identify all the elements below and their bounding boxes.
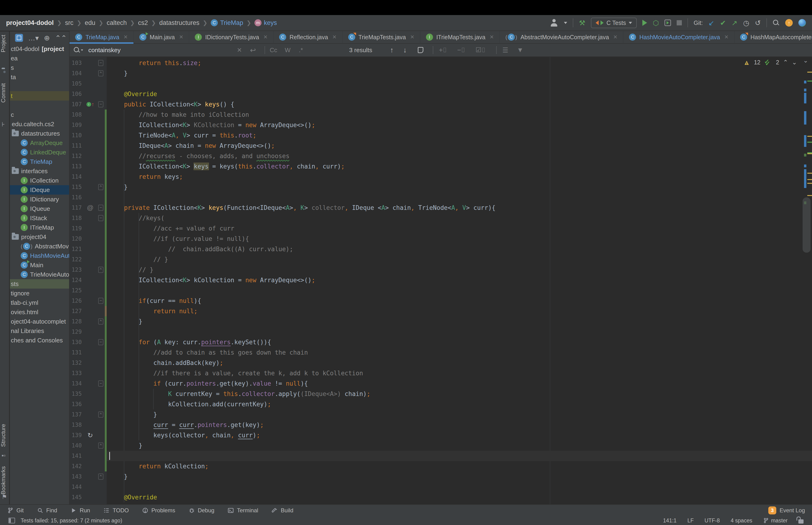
tree-item-IDeque[interactable]: IIDeque	[10, 185, 69, 195]
fold-marker-icon[interactable]: −	[98, 339, 103, 345]
event-log-button[interactable]: 3Event Log	[768, 507, 805, 514]
fold-marker-icon[interactable]: ^	[98, 184, 103, 190]
tool-button-Git[interactable]: Git	[7, 507, 24, 514]
close-icon[interactable]: ✕	[724, 34, 729, 40]
tree-item-sts[interactable]: sts	[10, 279, 69, 289]
tool-window-project[interactable]: Project	[0, 35, 10, 52]
run-config-selector[interactable]: C Tests	[591, 18, 637, 28]
tool-window-structure[interactable]: Structure	[0, 424, 10, 447]
tree-item-IDictionary[interactable]: IIDictionary	[10, 195, 69, 204]
find-in-selection-icon[interactable]	[418, 47, 424, 53]
clear-icon[interactable]: ✕	[237, 44, 242, 56]
lock-icon[interactable]	[798, 519, 803, 524]
tree-item-interfaces[interactable]: interfaces	[10, 166, 69, 176]
fold-marker-icon[interactable]: −	[98, 380, 103, 387]
tree-item-c[interactable]: c	[10, 110, 69, 119]
close-icon[interactable]: ✕	[179, 34, 183, 40]
history-icon[interactable]: ◷	[743, 19, 749, 27]
tree-item-tlab-ci.yml[interactable]: tlab-ci.yml	[10, 298, 69, 308]
indent-setting[interactable]: 4 spaces	[731, 518, 752, 524]
words-toggle[interactable]: W	[285, 44, 291, 56]
tab-TrieMap.java[interactable]: CTrieMap.java✕	[70, 31, 134, 43]
tool-button-Terminal[interactable]: Terminal	[227, 507, 258, 514]
fold-marker-icon[interactable]: ^	[98, 318, 103, 325]
breadcrumb-item[interactable]: src	[65, 19, 74, 27]
tree-item-IQueue[interactable]: IIQueue	[10, 204, 69, 213]
breadcrumb-item[interactable]: cs2	[138, 19, 148, 27]
tree-item-ct04-dodol[interactable]: ct04-dodol [project	[10, 44, 69, 54]
tool-window-commit[interactable]: Commit	[0, 83, 10, 103]
filter-options-icon[interactable]: ☰	[502, 44, 508, 56]
git-commit-icon[interactable]: ✔	[720, 19, 726, 27]
tree-item-IStack[interactable]: IIStack	[10, 213, 69, 223]
tree-item-tignore[interactable]: tignore	[10, 289, 69, 298]
fold-marker-icon[interactable]: ^	[98, 411, 103, 418]
override-icon[interactable]: ↑	[87, 102, 91, 107]
tool-button-Debug[interactable]: Debug	[188, 507, 215, 514]
run-button[interactable]	[642, 20, 647, 26]
tool-button-Problems[interactable]: Problems	[142, 507, 175, 514]
close-icon[interactable]: ✕	[332, 34, 336, 40]
prev-occurrence-icon[interactable]: ↑	[390, 44, 394, 56]
fold-marker-icon[interactable]: ^	[98, 474, 103, 480]
scrollbar-thumb[interactable]	[802, 197, 811, 253]
line-separator[interactable]: LF	[688, 518, 694, 524]
breadcrumb-item[interactable]: mkeys	[255, 19, 277, 27]
breadcrumb[interactable]: project04-dodol❯src❯edu❯caltech❯cs2❯data…	[6, 19, 277, 27]
close-icon[interactable]: ✕	[410, 34, 414, 40]
tree-item-HashMovieAut[interactable]: CHashMovieAut	[10, 251, 69, 260]
collapse-all-icon[interactable]: ⌃⌃	[55, 34, 67, 42]
layout-icon[interactable]	[9, 518, 15, 523]
tree-item-blank[interactable]	[10, 82, 69, 91]
breadcrumb-item[interactable]: CTrieMap	[211, 19, 243, 27]
encoding[interactable]: UTF-8	[704, 518, 720, 524]
options-menu-icon[interactable]: …▾	[28, 34, 39, 42]
tree-item-edu.caltech.cs2[interactable]: edu.caltech.cs2	[10, 119, 69, 129]
inspections-widget[interactable]: ▲! 12 ✓✓ 2 ⌃ ⌄	[743, 59, 797, 66]
tree-item-TrieMap[interactable]: CTrieMap	[10, 157, 69, 166]
tree-item-t[interactable]: t	[10, 91, 69, 101]
regex-toggle[interactable]: .*	[299, 44, 303, 56]
git-push-icon[interactable]: ↗	[732, 19, 737, 27]
user-icon[interactable]	[550, 19, 558, 27]
tree-item-ta[interactable]: ta	[10, 72, 69, 82]
fold-marker-icon[interactable]: −	[98, 215, 103, 221]
close-icon[interactable]: ✕	[613, 34, 617, 40]
filter-funnel-icon[interactable]: ▼	[517, 44, 523, 56]
tool-button-Build[interactable]: Build	[271, 507, 293, 514]
fold-marker-icon[interactable]: ^	[98, 442, 103, 449]
code-editor[interactable]: 103− return this.size;104^ }105106 @Over…	[70, 57, 812, 504]
select-opened-file-icon[interactable]	[15, 34, 23, 42]
project-tree[interactable]: ct04-dodol [projecteastatcedu.caltech.cs…	[10, 44, 69, 504]
next-problem-icon[interactable]: ⌄	[792, 59, 797, 66]
locate-icon[interactable]: ⊕	[44, 34, 50, 42]
chevron-down-icon[interactable]	[564, 22, 567, 24]
prev-problem-icon[interactable]: ⌃	[783, 59, 788, 66]
tree-item-ches and Consoles[interactable]: ches and Consoles	[10, 335, 69, 345]
build-hammer-icon[interactable]: ⚒	[579, 19, 585, 27]
tool-button-Run[interactable]: Run	[70, 507, 90, 514]
error-stripe-scrollbar[interactable]: ⌄	[801, 57, 812, 504]
rollback-icon[interactable]: ↺	[755, 19, 761, 27]
tree-item-blank[interactable]	[10, 101, 69, 110]
breadcrumb-item[interactable]: edu	[85, 19, 95, 27]
chevron-down-icon[interactable]: ⌄	[803, 57, 808, 64]
tree-item-ITrieMap[interactable]: IITrieMap	[10, 223, 69, 232]
tree-item-project04[interactable]: project04	[10, 232, 69, 242]
tool-button-TODO[interactable]: TODO	[103, 507, 129, 514]
tree-item-ArrayDeque[interactable]: CArrayDeque	[10, 138, 69, 148]
search-everywhere-icon[interactable]	[772, 19, 780, 26]
remove-selection-icon[interactable]: −⌷	[457, 44, 465, 56]
tab-Reflection.java[interactable]: CReflection.java✕	[274, 31, 342, 43]
breadcrumb-item[interactable]: project04-dodol	[6, 19, 54, 27]
tab-ITrieMapTests.java[interactable]: IITrieMapTests.java✕	[420, 31, 500, 43]
tree-item-ICollection[interactable]: IICollection	[10, 176, 69, 185]
close-icon[interactable]: ✕	[263, 34, 267, 40]
breadcrumb-item[interactable]: datastructures	[159, 19, 199, 27]
coverage-icon[interactable]	[664, 19, 671, 26]
status-message[interactable]: Tests failed: 15, passed: 7 (2 minutes a…	[21, 518, 122, 524]
fold-marker-icon[interactable]: −	[98, 298, 103, 304]
tab-HashMapAutocompleterTest.java[interactable]: CHashMapAutocompleterTest.java✕	[734, 31, 812, 43]
fold-marker-icon[interactable]: ^	[98, 70, 103, 76]
tab-Main.java[interactable]: CMain.java✕	[134, 31, 189, 43]
